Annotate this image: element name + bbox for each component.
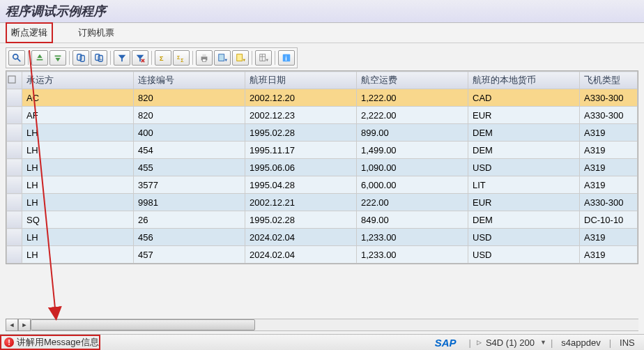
col-plane-type[interactable]: 飞机类型 [580, 72, 638, 89]
cell-plane-type[interactable]: A330-300 [580, 89, 638, 107]
cell-currency[interactable]: USD [468, 229, 580, 246]
cell-flight-date[interactable]: 2024.02.04 [245, 246, 357, 264]
cell-connection[interactable]: 3577 [134, 176, 245, 194]
cell-plane-type[interactable]: DC-10-10 [580, 211, 638, 229]
col-carrier[interactable]: 承运方 [22, 72, 134, 89]
row-selector[interactable] [7, 194, 22, 211]
cell-carrier[interactable]: LH [22, 142, 134, 159]
scroll-right-button[interactable]: ► [18, 319, 31, 331]
cell-airfare[interactable]: 1,222.00 [357, 89, 468, 107]
cell-airfare[interactable]: 2,222.00 [357, 107, 468, 124]
cell-connection[interactable]: 26 [134, 211, 245, 229]
cell-plane-type[interactable]: A319 [580, 229, 638, 246]
cell-flight-date[interactable]: 2002.12.20 [245, 89, 357, 107]
find-button[interactable] [72, 50, 89, 66]
cell-currency[interactable]: LIT [468, 176, 580, 194]
cell-carrier[interactable]: LH [22, 246, 134, 264]
row-selector[interactable] [7, 246, 22, 264]
cell-connection[interactable]: 454 [134, 142, 245, 159]
export-button[interactable] [232, 50, 249, 66]
scroll-thumb[interactable] [31, 319, 255, 330]
cell-plane-type[interactable]: A319 [580, 124, 638, 142]
row-selector[interactable] [7, 159, 22, 176]
layout-button[interactable] [255, 50, 272, 66]
cell-flight-date[interactable]: 2024.02.04 [245, 229, 357, 246]
cell-currency[interactable]: DEM [468, 124, 580, 142]
find-next-button[interactable]: + [91, 50, 107, 66]
status-system[interactable]: S4D (1) 200 [482, 337, 539, 348]
cell-currency[interactable]: EUR [468, 194, 580, 211]
cell-currency[interactable]: DEM [468, 142, 580, 159]
table-row[interactable]: AF8202002.12.232,222.00EURA330-300 [7, 107, 638, 124]
cell-carrier[interactable]: LH [22, 159, 134, 176]
table-row[interactable]: LH4541995.11.171,499.00DEMA319 [7, 142, 638, 159]
details-button[interactable] [8, 50, 25, 66]
row-selector[interactable] [7, 89, 22, 107]
cell-carrier[interactable]: AF [22, 107, 134, 124]
cell-airfare[interactable]: 1,233.00 [357, 229, 468, 246]
row-selector[interactable] [7, 124, 22, 142]
horizontal-scrollbar[interactable]: ◄ ► [6, 319, 638, 330]
cell-connection[interactable]: 400 [134, 124, 245, 142]
cell-airfare[interactable]: 849.00 [357, 211, 468, 229]
cell-plane-type[interactable]: A319 [580, 246, 638, 264]
cell-carrier[interactable]: SQ [22, 211, 134, 229]
row-selector[interactable] [7, 211, 22, 229]
status-message-area[interactable]: ! 讲解用Message信息 [0, 335, 100, 350]
dropdown-icon[interactable]: ▷ [477, 339, 482, 346]
cell-airfare[interactable]: 1,499.00 [357, 142, 468, 159]
tab-book-flight[interactable]: 订购机票 [74, 24, 118, 42]
row-selector[interactable] [7, 229, 22, 246]
cell-airfare[interactable]: 899.00 [357, 124, 468, 142]
cell-currency[interactable]: USD [468, 246, 580, 264]
cell-carrier[interactable]: LH [22, 176, 134, 194]
col-connection[interactable]: 连接编号 [134, 72, 245, 89]
cell-connection[interactable]: 820 [134, 107, 245, 124]
row-selector[interactable] [7, 142, 22, 159]
cell-connection[interactable]: 455 [134, 159, 245, 176]
cell-flight-date[interactable]: 1995.02.28 [245, 211, 357, 229]
cell-plane-type[interactable]: A319 [580, 159, 638, 176]
cell-carrier[interactable]: AC [22, 89, 134, 107]
filter-button[interactable] [114, 50, 130, 66]
table-row[interactable]: LH4562024.02.041,233.00USDA319 [7, 229, 638, 246]
col-select-all[interactable] [7, 72, 22, 89]
cell-currency[interactable]: USD [468, 159, 580, 176]
cell-currency[interactable]: DEM [468, 211, 580, 229]
table-row[interactable]: LH35771995.04.286,000.00LITA319 [7, 176, 638, 194]
cell-connection[interactable]: 820 [134, 89, 245, 107]
sort-desc-button[interactable] [49, 50, 66, 66]
cell-plane-type[interactable]: A330-300 [580, 194, 638, 211]
cell-plane-type[interactable]: A319 [580, 142, 638, 159]
cell-airfare[interactable]: 6,000.00 [357, 176, 468, 194]
info-button[interactable]: i [278, 50, 295, 66]
cell-carrier[interactable]: LH [22, 124, 134, 142]
cell-plane-type[interactable]: A319 [580, 176, 638, 194]
cell-flight-date[interactable]: 1995.04.28 [245, 176, 357, 194]
row-selector[interactable] [7, 107, 22, 124]
tab-breakpoint-logic[interactable]: 断点逻辑 [6, 22, 53, 43]
dropdown-icon[interactable]: ▼ [540, 339, 546, 346]
col-airfare[interactable]: 航空运费 [357, 72, 468, 89]
cell-airfare[interactable]: 222.00 [357, 194, 468, 211]
table-row[interactable]: SQ261995.02.28849.00DEMDC-10-10 [7, 211, 638, 229]
cell-flight-date[interactable]: 2002.12.23 [245, 107, 357, 124]
alv-grid[interactable]: 承运方 连接编号 航班日期 航空运费 航班的本地货币 飞机类型 AC820200… [6, 70, 638, 264]
cell-airfare[interactable]: 1,090.00 [357, 159, 468, 176]
cell-plane-type[interactable]: A330-300 [580, 107, 638, 124]
cell-airfare[interactable]: 1,233.00 [357, 246, 468, 264]
cell-carrier[interactable]: LH [22, 194, 134, 211]
table-row[interactable]: LH99812002.12.21222.00EURA330-300 [7, 194, 638, 211]
scroll-left-button[interactable]: ◄ [6, 319, 18, 331]
cell-flight-date[interactable]: 1995.11.17 [245, 142, 357, 159]
total-button[interactable]: Σ [155, 50, 171, 66]
cell-flight-date[interactable]: 1995.02.28 [245, 124, 357, 142]
cell-connection[interactable]: 456 [134, 229, 245, 246]
sort-asc-button[interactable] [31, 50, 48, 66]
cell-connection[interactable]: 9981 [134, 194, 245, 211]
table-row[interactable]: LH4551995.06.061,090.00USDA319 [7, 159, 638, 176]
subtotal-button[interactable]: ΣΣ [173, 50, 190, 66]
cell-currency[interactable]: CAD [468, 89, 580, 107]
col-flight-date[interactable]: 航班日期 [245, 72, 357, 89]
cell-currency[interactable]: EUR [468, 107, 580, 124]
